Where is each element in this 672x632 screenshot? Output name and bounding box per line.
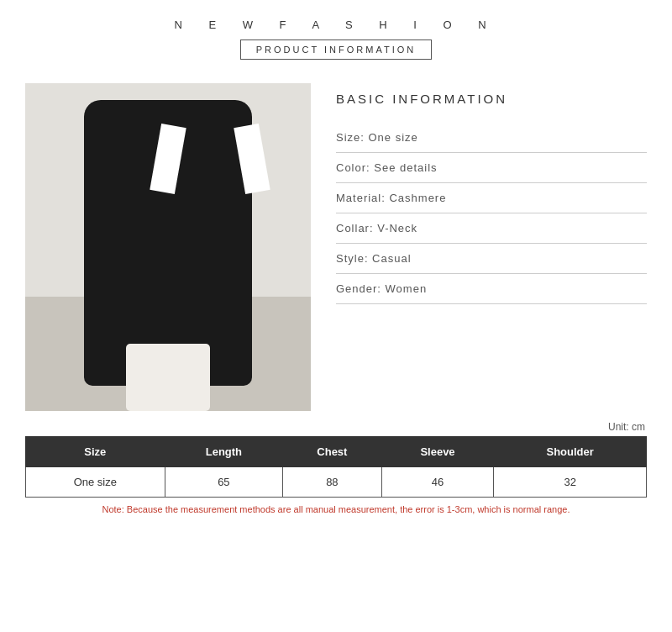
col-header-sleeve: Sleeve [381,437,494,467]
info-row-material: Material: Cashmere [336,183,647,213]
page-wrapper: N E W F A S H I O N PRODUCT INFORMATION … [0,0,672,632]
cell-length: 65 [165,467,282,498]
size-table: Size Length Chest Sleeve Shoulder One si… [25,436,647,498]
main-content: BASIC INFORMATION Size: One size Color: … [0,68,672,411]
size-section: Unit: cm Size Length Chest Sleeve Should… [0,411,672,498]
info-row-style: Style: Casual [336,244,647,274]
col-header-size: Size [26,437,165,467]
unit-label: Unit: cm [25,421,647,433]
info-row-color: Color: See details [336,153,647,183]
info-row-gender: Gender: Women [336,274,647,304]
info-row-size: Size: One size [336,123,647,153]
basic-info-title: BASIC INFORMATION [336,92,647,106]
cell-chest: 88 [283,467,382,498]
col-header-length: Length [165,437,282,467]
cell-sleeve: 46 [381,467,494,498]
cardigan-body [84,100,252,386]
cell-size: One size [26,467,165,498]
note-text: Note: Because the measurement methods ar… [0,498,672,514]
col-header-shoulder: Shoulder [494,437,647,467]
product-image [25,83,311,411]
table-row: One size 65 88 46 32 [26,467,647,498]
col-header-chest: Chest [283,437,382,467]
info-row-collar: Collar: V-Neck [336,213,647,244]
product-info-box: PRODUCT INFORMATION [240,40,432,60]
cell-shoulder: 32 [494,467,647,498]
basic-info-section: BASIC INFORMATION Size: One size Color: … [336,83,647,411]
vneck-left [150,124,186,194]
header-title: N E W F A S H I O N [174,18,497,31]
header-section: N E W F A S H I O N PRODUCT INFORMATION [0,0,672,68]
table-header-row: Size Length Chest Sleeve Shoulder [26,437,647,467]
person-legs [126,344,210,411]
